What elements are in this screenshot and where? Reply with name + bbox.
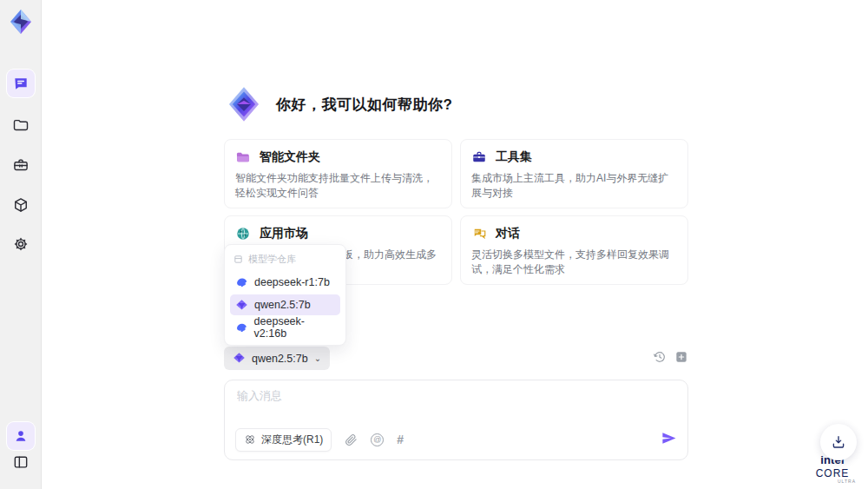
greeting-text: 你好，我可以如何帮助你?: [276, 95, 452, 115]
model-option-deepseek-r1[interactable]: deepseek-r1:7b: [230, 272, 340, 293]
model-dropdown: 模型学仓库 deepseek-r1:7b qwen2.5:7b deepseek…: [224, 244, 346, 346]
core-wordmark: CORE: [816, 467, 850, 479]
download-button[interactable]: [820, 424, 857, 460]
cube-icon: [12, 196, 30, 214]
card-title: 对话: [496, 226, 520, 241]
paperclip-icon: [345, 433, 358, 446]
atom-icon: [244, 433, 256, 446]
card-toolset[interactable]: 工具集 集成市场上主流工具，助力AI与外界无缝扩展与对接: [460, 139, 688, 208]
sidebar-item-models[interactable]: [7, 191, 35, 219]
smart-folder-icon: [235, 149, 251, 165]
card-title: 应用市场: [260, 226, 308, 241]
download-icon: [831, 434, 846, 450]
deepseek-whale-icon: [235, 321, 248, 334]
attach-file-button[interactable]: [345, 433, 358, 446]
app-market-icon: [235, 226, 251, 241]
card-desc: 灵活切换多模型文件，支持多样回复效果调试，满足个性化需求: [471, 248, 677, 277]
sidebar: [0, 0, 42, 489]
assistant-logo-icon: [226, 86, 262, 122]
message-composer: 深度思考(R1) @ #: [224, 380, 688, 460]
model-dropdown-header: 模型学仓库: [230, 250, 340, 270]
sidebar-item-profile[interactable]: [7, 422, 35, 450]
app-window: 你好，我可以如何帮助你? 智能文件夹 智能文件夹功能支持批量文件上传与清洗，轻松…: [0, 0, 868, 489]
at-icon: @: [371, 433, 384, 446]
model-option-qwen[interactable]: qwen2.5:7b: [230, 294, 340, 315]
toolset-icon: [471, 149, 487, 165]
repository-icon: [233, 254, 243, 264]
greeting-row: 你好，我可以如何帮助你?: [226, 86, 452, 122]
mention-button[interactable]: @: [371, 433, 384, 446]
card-title: 工具集: [496, 149, 532, 165]
card-dialogue[interactable]: 对话 灵活切换多模型文件，支持多样回复效果调试，满足个性化需求: [460, 215, 688, 285]
model-row: qwen2.5:7b ⌄: [224, 347, 688, 370]
prompt-library-button[interactable]: #: [397, 433, 404, 446]
app-logo-icon: [7, 8, 35, 36]
composer-toolbar: 深度思考(R1) @ #: [235, 428, 677, 451]
sidebar-item-toolbox[interactable]: [7, 151, 35, 179]
qwen-icon: [233, 352, 246, 365]
user-icon: [12, 427, 30, 445]
sidebar-item-settings[interactable]: [7, 230, 35, 258]
card-title: 智能文件夹: [260, 149, 320, 165]
model-selector-button[interactable]: qwen2.5:7b ⌄: [224, 347, 330, 370]
sidebar-item-folders[interactable]: [7, 111, 35, 139]
folder-icon: [12, 116, 30, 134]
gear-icon: [12, 235, 30, 253]
message-input[interactable]: [237, 388, 671, 426]
model-option-deepseek-v2[interactable]: deepseek-v2:16b: [230, 317, 340, 338]
sidebar-item-chat[interactable]: [7, 69, 35, 97]
qwen-icon: [235, 299, 248, 312]
history-icon[interactable]: [653, 350, 667, 364]
hash-icon: #: [397, 433, 404, 446]
sidebar-item-panel-toggle[interactable]: [7, 448, 35, 476]
card-smart-folder[interactable]: 智能文件夹 智能文件夹功能支持批量文件上传与清洗，轻松实现文件问答: [224, 139, 452, 208]
deep-think-toggle[interactable]: 深度思考(R1): [235, 428, 332, 452]
briefcase-icon: [12, 156, 30, 174]
panel-icon: [12, 453, 30, 471]
selected-model-name: qwen2.5:7b: [252, 353, 308, 365]
chat-icon: [12, 75, 30, 92]
send-icon: [661, 430, 677, 446]
chevron-down-icon: ⌄: [314, 354, 321, 363]
send-button[interactable]: [661, 430, 677, 450]
card-desc: 智能文件夹功能支持批量文件上传与清洗，轻松实现文件问答: [235, 171, 441, 201]
card-desc: 集成市场上主流工具，助力AI与外界无缝扩展与对接: [471, 171, 677, 201]
deepseek-whale-icon: [235, 276, 248, 289]
new-chat-icon[interactable]: [674, 350, 688, 364]
dialogue-icon: [471, 226, 487, 241]
